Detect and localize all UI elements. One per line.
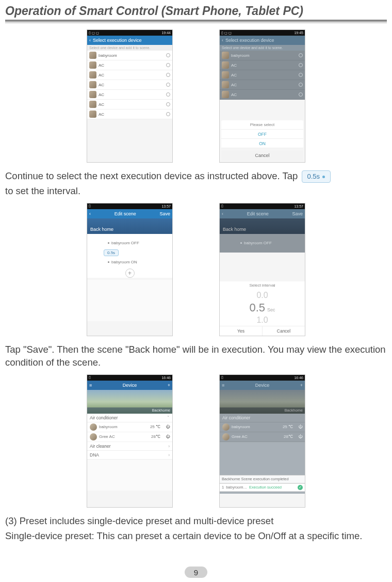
radio-icon[interactable]	[166, 63, 170, 67]
status-time: 13:57	[161, 205, 171, 208]
title-rule	[5, 20, 387, 22]
save-button[interactable]: Save	[292, 211, 303, 216]
toast-index: 1	[222, 485, 224, 490]
status-time: 19:44	[161, 31, 171, 35]
category-label: DNA	[90, 452, 99, 458]
device-row: Gree AC28℃⏻	[220, 432, 305, 442]
appbar-title: Select execution device	[93, 38, 142, 43]
power-icon[interactable]: ⏻	[166, 424, 170, 429]
menu-icon[interactable]: ≡	[89, 383, 92, 388]
radio-icon[interactable]	[166, 53, 170, 57]
radio-icon[interactable]	[166, 112, 170, 116]
picker-value-next: 1.0	[256, 316, 268, 325]
back-icon[interactable]: ‹	[89, 211, 91, 216]
status-time: 16:46	[161, 376, 171, 380]
screens-row-1: ▯ ◻ ◻19:44 ‹ Select execution device Sel…	[5, 29, 387, 163]
device-row[interactable]: AC	[87, 60, 172, 70]
toast-status: Execution succeed	[249, 485, 282, 490]
device-row[interactable]: babyroom25 ℃⏻	[87, 422, 172, 432]
section-title: Operation of Smart Control (Smart Phone,…	[5, 4, 306, 20]
action-item: babyroom ON	[87, 258, 172, 266]
add-action-button[interactable]: +	[125, 269, 135, 278]
actions-list: babyroom OFF 0.5s babyroom ON +	[87, 234, 172, 278]
action-label: babyroom OFF	[244, 241, 272, 245]
title-rule-light	[5, 22, 387, 23]
picker-value-selected-num: 0.5	[249, 301, 265, 314]
screenshot-edit-scene-picker: ▯13:57 ‹ Edit scene Save Back home babyr…	[219, 203, 305, 336]
blank-area	[87, 280, 172, 321]
bullet-icon	[240, 242, 242, 244]
device-label: AC	[231, 73, 237, 77]
popup-cancel-button[interactable]: Cancel	[221, 150, 303, 161]
status-icons: ▯	[221, 375, 223, 380]
device-row[interactable]: Gree AC28℃⏻	[87, 432, 172, 442]
picker-values[interactable]: 0.0 0.5Sec 1.0	[220, 290, 305, 326]
device-row[interactable]: AC	[87, 70, 172, 80]
device-label: AC	[99, 102, 104, 107]
radio-icon	[299, 53, 303, 57]
add-icon[interactable]: +	[300, 383, 303, 388]
interval-chip[interactable]: 0.5s	[302, 170, 331, 183]
screens-row-2: ▯13:57 ‹ Edit scene Save Back home babyr…	[5, 203, 387, 336]
device-thumb-icon	[222, 52, 229, 59]
status-time: 16:46	[294, 376, 303, 380]
device-thumb-icon	[222, 81, 229, 88]
action-item: babyroom OFF	[220, 239, 305, 247]
app-bar: ≡ Device +	[87, 381, 172, 390]
paragraph-2: Tap "Save". Then the scene "Back home" w…	[5, 343, 387, 369]
scenic-banner: Backhome	[87, 390, 172, 414]
running-scene-label: Backhome	[152, 408, 170, 413]
status-icons: ▯	[221, 204, 223, 208]
back-icon[interactable]: ‹	[222, 211, 223, 216]
save-button[interactable]: Save	[159, 211, 170, 216]
radio-icon[interactable]	[166, 73, 170, 77]
chevron-right-icon: ›	[168, 452, 170, 458]
power-icon[interactable]: ⏻	[166, 434, 170, 439]
appbar-title: Device	[94, 383, 165, 388]
device-row[interactable]: AC	[87, 109, 172, 119]
back-icon[interactable]: ‹	[89, 38, 91, 43]
radio-icon	[299, 73, 303, 77]
section-title-wrap: Operation of Smart Control (Smart Phone,…	[5, 4, 387, 20]
interval-chip-small[interactable]: 0.5s	[104, 249, 119, 256]
device-row[interactable]: AC	[87, 80, 172, 90]
chip-dot-icon	[322, 176, 325, 178]
interval-picker-sheet: Select interval 0.0 0.5Sec 1.0 Yes Cance…	[220, 281, 305, 336]
picker-cancel-button[interactable]: Cancel	[263, 326, 305, 336]
add-icon[interactable]: +	[168, 383, 170, 388]
popup-option-on[interactable]: ON	[221, 139, 303, 148]
action-label: babyroom ON	[111, 260, 137, 264]
picker-title: Select interval	[220, 281, 305, 290]
radio-icon[interactable]	[166, 102, 170, 106]
device-row: AC	[220, 80, 305, 90]
device-row[interactable]: AC	[87, 100, 172, 109]
interval-chip-label: 0.5s	[307, 172, 320, 181]
radio-icon[interactable]	[166, 92, 170, 97]
category-row[interactable]: DNA›	[87, 451, 172, 460]
screens-row-3: ▯16:46 ≡ Device + Backhome Air condition…	[5, 374, 387, 508]
hint-text: Select one device and add it to scene.	[220, 45, 305, 51]
device-label: AC	[99, 83, 104, 87]
scene-name: Back home	[90, 227, 113, 232]
device-row[interactable]: AC	[87, 90, 172, 100]
device-thumb-icon	[89, 101, 96, 108]
action-item: babyroom OFF	[87, 239, 172, 247]
category-row[interactable]: Air cleaner›	[87, 442, 172, 451]
radio-icon	[299, 63, 303, 67]
status-icons: ▯ ◻ ◻	[221, 31, 232, 35]
radio-icon[interactable]	[166, 83, 170, 87]
device-thumb-icon	[89, 81, 96, 88]
back-icon[interactable]: ‹	[222, 38, 223, 43]
device-label: babyroom	[99, 53, 117, 58]
power-icon: ⏻	[298, 434, 302, 439]
app-bar: ‹ Edit scene Save	[87, 209, 172, 218]
action-sheet: Please select OFF ON Cancel	[220, 120, 305, 162]
category-row[interactable]: Air conditioner˅	[87, 414, 172, 422]
device-row[interactable]: babyroom	[87, 51, 172, 60]
menu-icon[interactable]: ≡	[222, 383, 224, 388]
popup-option-off[interactable]: OFF	[221, 130, 303, 139]
appbar-title: Edit scene	[93, 211, 157, 216]
status-bar: ▯16:46	[220, 375, 305, 381]
picker-yes-button[interactable]: Yes	[220, 326, 263, 336]
chevron-down-icon: ˅	[300, 415, 302, 420]
